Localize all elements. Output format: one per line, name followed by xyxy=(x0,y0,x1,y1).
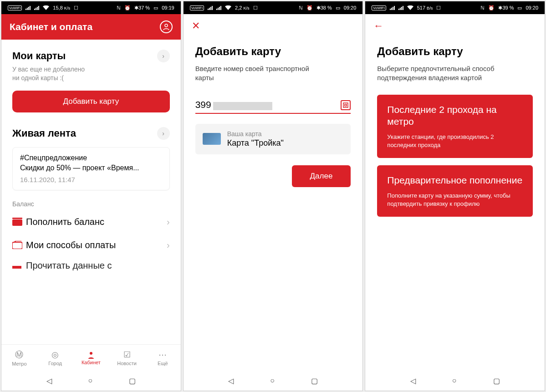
vowifi-badge: VoWiFi xyxy=(8,5,22,10)
empty-cards-text: У вас еще не добавлено ни одной карты :( xyxy=(12,65,170,82)
back-triangle-icon[interactable]: ◁ xyxy=(410,377,416,385)
my-cards-header[interactable]: Мои карты › xyxy=(12,50,170,62)
option-last-passes[interactable]: Последние 2 прохода на метро Укажите ста… xyxy=(377,95,533,158)
app-bar: Кабинет и оплата xyxy=(1,14,181,40)
bluetooth-icon: ✱39 % xyxy=(498,5,514,11)
card-number-input[interactable]: 399 xyxy=(195,99,351,114)
back-triangle-icon[interactable]: ◁ xyxy=(228,377,234,385)
battery-icon: ▭ xyxy=(153,5,158,11)
bluetooth-icon: ✱37 % xyxy=(134,5,150,11)
bottom-nav: Ⓜ Метро ◎ Город Кабинет ☑ Новости ⋯ Ещё xyxy=(1,344,181,371)
page-subtitle: Выберите предпочтительный способ подтвер… xyxy=(377,64,533,83)
input-mask xyxy=(213,102,272,110)
net-speed: 517 B/s xyxy=(417,5,433,10)
page-subtitle: Введите номер своей транспортной карты xyxy=(195,64,351,83)
home-circle-icon[interactable]: ○ xyxy=(88,377,93,385)
back-triangle-icon[interactable]: ◁ xyxy=(46,377,52,385)
option-desc: Пополните карту на указанную сумму, чтоб… xyxy=(387,192,523,208)
net-speed: 2,2 K/s xyxy=(235,5,250,10)
page-title: Добавить карту xyxy=(195,45,351,58)
chevron-right-icon[interactable]: › xyxy=(157,127,170,140)
feed-item-text: Скидки до 50% — проект «Время... xyxy=(20,164,162,172)
nav-news[interactable]: ☑ Новости xyxy=(109,345,145,371)
row-read-data[interactable]: ▬ Прочитать данные с xyxy=(12,257,170,271)
top-bar: ← xyxy=(365,14,545,38)
sim-icon: ☐ xyxy=(74,5,78,11)
back-arrow-icon[interactable]: ← xyxy=(373,20,383,32)
clock: 09:20 xyxy=(344,5,357,10)
nav-label: Город xyxy=(48,361,62,366)
signal-icon xyxy=(34,5,39,10)
signal-icon xyxy=(208,5,213,10)
signal-icon xyxy=(216,5,221,10)
nav-label: Кабинет xyxy=(82,360,101,365)
feed-title: Живая лента xyxy=(12,127,76,139)
svg-point-0 xyxy=(165,24,168,27)
home-circle-icon[interactable]: ○ xyxy=(270,377,275,385)
chevron-right-icon[interactable]: › xyxy=(157,50,170,62)
top-bar: ✕ xyxy=(184,14,363,38)
nav-label: Ещё xyxy=(158,361,168,366)
close-icon[interactable]: ✕ xyxy=(192,20,200,32)
status-bar: VoWiFi 517 B/s ☐ ℕ ⏰ ✱39 % ▭ 09:20 xyxy=(365,1,545,14)
recent-square-icon[interactable]: ▢ xyxy=(311,377,318,385)
option-desc: Укажите станции, где производились 2 пос… xyxy=(387,133,523,149)
nav-label: Новости xyxy=(117,361,137,366)
nfc-scan-icon[interactable] xyxy=(341,100,351,110)
card-thumbnail-icon xyxy=(203,133,221,145)
vowifi-badge: VoWiFi xyxy=(372,5,386,10)
page-title: Кабинет и оплата xyxy=(10,21,92,32)
option-pre-topup[interactable]: Предварительное пополнение Пополните кар… xyxy=(377,165,533,217)
nfc-icon: ℕ xyxy=(117,5,121,11)
wallet-icon xyxy=(12,218,26,226)
recent-square-icon[interactable]: ▢ xyxy=(129,377,136,385)
my-cards-title: Мои карты xyxy=(12,50,66,62)
sim-icon: ☐ xyxy=(436,5,441,11)
android-nav-bar: ◁ ○ ▢ xyxy=(365,371,545,391)
phone-screen-2: VoWiFi 2,2 K/s ☐ ℕ ⏰ ✱38 % ▭ 09:20 ✕ Доб… xyxy=(183,1,363,391)
svg-rect-2 xyxy=(12,218,22,219)
compass-icon: ◎ xyxy=(51,350,59,360)
svg-rect-1 xyxy=(12,219,22,226)
signal-icon xyxy=(390,5,395,10)
phone-screen-1: VoWiFi 15,8 K/s ☐ ℕ ⏰ ✱37 % ▭ 09:19 Каби… xyxy=(1,1,181,391)
row-label: Мои способы оплаты xyxy=(26,240,167,250)
home-circle-icon[interactable]: ○ xyxy=(452,377,457,385)
wifi-icon xyxy=(225,5,231,10)
chevron-right-icon: › xyxy=(167,217,170,227)
card-preview-label: Ваша карта xyxy=(227,130,284,137)
feed-header[interactable]: Живая лента › xyxy=(12,127,170,140)
feed-item-date: 16.11.2020, 11:47 xyxy=(20,176,162,183)
recent-square-icon[interactable]: ▢ xyxy=(493,377,500,385)
alarm-icon: ⏰ xyxy=(488,5,495,11)
row-payment-methods[interactable]: Мои способы оплаты › xyxy=(12,234,170,257)
alarm-icon: ⏰ xyxy=(306,5,313,11)
person-icon xyxy=(87,351,95,359)
nfc-read-icon: ▬ xyxy=(12,260,26,271)
feed-item[interactable]: #Спецпредложение Скидки до 50% — проект … xyxy=(12,147,170,190)
feed-item-tag: #Спецпредложение xyxy=(20,154,162,162)
page-title: Добавить карту xyxy=(377,45,533,58)
nfc-icon: ℕ xyxy=(480,5,485,11)
nav-more[interactable]: ⋯ Ещё xyxy=(145,345,181,371)
nav-city[interactable]: ◎ Город xyxy=(37,345,73,371)
svg-rect-3 xyxy=(12,242,22,249)
android-nav-bar: ◁ ○ ▢ xyxy=(1,371,181,391)
next-button[interactable]: Далее xyxy=(292,165,351,187)
nav-cabinet[interactable]: Кабинет xyxy=(73,345,109,371)
wifi-icon xyxy=(43,5,49,10)
nav-metro[interactable]: Ⓜ Метро xyxy=(1,345,37,371)
svg-rect-6 xyxy=(345,104,347,106)
status-bar: VoWiFi 15,8 K/s ☐ ℕ ⏰ ✱37 % ▭ 09:19 xyxy=(1,1,181,14)
add-card-button[interactable]: Добавить карту xyxy=(12,91,170,112)
profile-icon[interactable] xyxy=(160,20,173,33)
sim-icon: ☐ xyxy=(253,5,258,11)
status-bar: VoWiFi 2,2 K/s ☐ ℕ ⏰ ✱38 % ▭ 09:20 xyxy=(184,1,363,14)
signal-icon xyxy=(26,5,31,10)
svg-point-4 xyxy=(90,352,92,355)
vowifi-badge: VoWiFi xyxy=(190,5,204,10)
wifi-icon xyxy=(407,5,413,10)
svg-rect-5 xyxy=(343,103,348,107)
option-title: Последние 2 прохода на метро xyxy=(387,104,523,128)
row-topup-balance[interactable]: Пополнить баланс › xyxy=(12,210,170,234)
